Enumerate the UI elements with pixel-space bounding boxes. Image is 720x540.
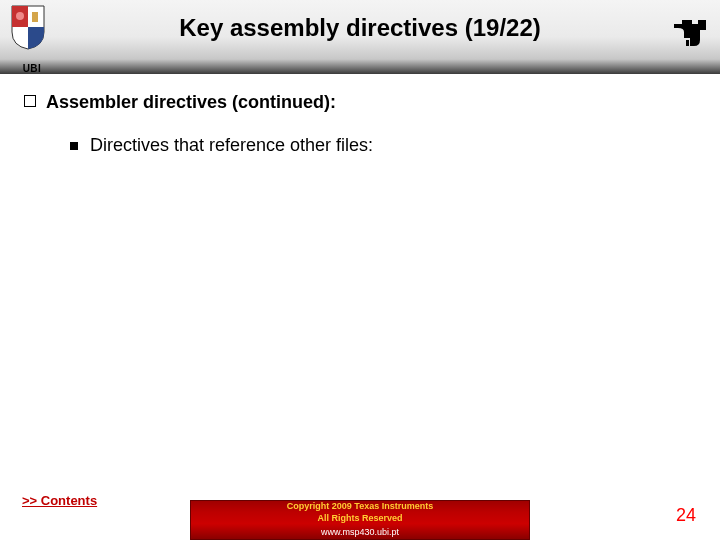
square-bullet-icon [24, 95, 36, 107]
copyright-band: Copyright 2009 Texas Instruments All Rig… [190, 500, 530, 540]
ubi-label: UBI [6, 63, 58, 74]
level2-text: Directives that reference other files: [90, 135, 373, 156]
content-area: Assembler directives (continued): Direct… [24, 92, 696, 156]
header-band: UBI Key assembly directives (19/22) [0, 0, 720, 74]
filled-square-bullet-icon [70, 142, 78, 150]
page-title: Key assembly directives (19/22) [0, 14, 720, 42]
page-number: 24 [676, 505, 696, 526]
ti-logo-icon [668, 10, 710, 52]
bullet-level2: Directives that reference other files: [70, 135, 696, 156]
slide: UBI Key assembly directives (19/22) Asse… [0, 0, 720, 540]
contents-link[interactable]: >> Contents [22, 493, 97, 508]
copyright-line2: All Rights Reserved [317, 513, 402, 525]
bullet-level1: Assembler directives (continued): [24, 92, 696, 113]
footer-url: www.msp430.ubi.pt [321, 527, 399, 539]
level1-text: Assembler directives (continued): [46, 92, 336, 113]
copyright-line1: Copyright 2009 Texas Instruments [287, 501, 433, 513]
svg-rect-1 [686, 40, 689, 46]
